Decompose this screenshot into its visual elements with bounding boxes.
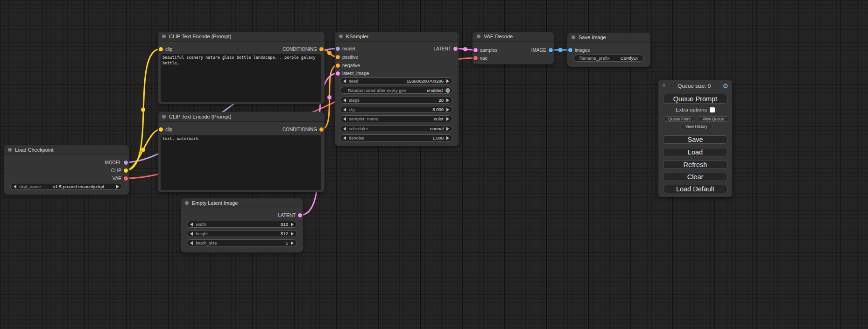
increment-arrow-icon[interactable] xyxy=(446,136,449,140)
collapse-dot-icon[interactable] xyxy=(162,115,166,119)
increment-arrow-icon[interactable] xyxy=(446,127,449,131)
collapse-dot-icon[interactable] xyxy=(162,35,166,38)
widget-label: batch_size xyxy=(196,240,217,245)
widget-label: ckpt_name xyxy=(19,184,41,189)
node-empty-latent-image[interactable]: Empty Latent Image LATENT width 512 heig… xyxy=(181,198,303,252)
decrement-arrow-icon[interactable] xyxy=(343,98,346,102)
height-widget[interactable]: height 512 xyxy=(187,230,297,237)
load-button[interactable]: Load xyxy=(663,148,727,156)
slot-label: model xyxy=(342,46,355,51)
latent-slot-dot[interactable] xyxy=(473,48,478,52)
load-default-button[interactable]: Load Default xyxy=(663,185,727,193)
node-title-bar[interactable]: CLIP Text Encode (Prompt) xyxy=(158,112,325,122)
latent-slot-dot[interactable] xyxy=(298,213,302,217)
clip-slot-dot[interactable] xyxy=(159,47,163,51)
batch-size-widget[interactable]: batch_size 1 xyxy=(187,239,297,246)
extra-options-checkbox[interactable] xyxy=(710,107,715,112)
conditioning-slot-dot[interactable] xyxy=(319,127,324,132)
increment-arrow-icon[interactable] xyxy=(291,223,294,226)
increment-arrow-icon[interactable] xyxy=(446,98,449,102)
view-queue-button[interactable]: View Queue xyxy=(697,116,729,122)
slot-label: images xyxy=(575,48,590,53)
node-title: CLIP Text Encode (Prompt) xyxy=(169,34,232,39)
decrement-arrow-icon[interactable] xyxy=(343,136,346,140)
vae-slot-dot[interactable] xyxy=(124,176,128,181)
filename-prefix-widget[interactable]: filename_prefix ComfyUI xyxy=(573,55,644,62)
node-title-bar[interactable]: Save Image xyxy=(567,33,650,42)
node-vae-decode[interactable]: VAE Decode samples vae IMAGE xyxy=(473,32,554,64)
gear-icon[interactable]: ⚙ xyxy=(722,83,728,89)
increment-arrow-icon[interactable] xyxy=(116,185,119,189)
node-title-bar[interactable]: KSampler xyxy=(335,32,459,42)
clip-slot-dot[interactable] xyxy=(124,168,128,173)
toggle-dot-icon[interactable] xyxy=(445,88,450,93)
image-slot-dot[interactable] xyxy=(549,48,553,52)
widget-label: height xyxy=(196,231,208,236)
comfyui-canvas[interactable]: Load Checkpoint MODEL CLIP VAE ckpt_name… xyxy=(0,0,868,329)
save-button[interactable]: Save xyxy=(663,135,727,144)
drag-handle-icon[interactable]: ⠿ xyxy=(662,84,666,89)
queue-prompt-button[interactable]: Queue Prompt xyxy=(663,94,727,104)
queue-size-label: Queue size: 0 xyxy=(666,83,722,89)
random-seed-toggle-widget[interactable]: Random seed after every gen enabled xyxy=(340,87,452,94)
decrement-arrow-icon[interactable] xyxy=(343,108,346,112)
conditioning-slot-dot[interactable] xyxy=(319,47,324,51)
model-slot-dot[interactable] xyxy=(124,161,128,165)
decrement-arrow-icon[interactable] xyxy=(343,79,346,83)
increment-arrow-icon[interactable] xyxy=(291,241,294,245)
decrement-arrow-icon[interactable] xyxy=(190,241,193,245)
increment-arrow-icon[interactable] xyxy=(446,117,449,121)
decrement-arrow-icon[interactable] xyxy=(343,127,346,131)
conditioning-slot-dot[interactable] xyxy=(336,63,340,68)
increment-arrow-icon[interactable] xyxy=(446,79,449,83)
sampler-name-widget[interactable]: sampler_name euler xyxy=(340,115,452,122)
node-clip-text-encode-positive[interactable]: CLIP Text Encode (Prompt) clip CONDITION… xyxy=(158,32,325,104)
node-load-checkpoint[interactable]: Load Checkpoint MODEL CLIP VAE ckpt_name… xyxy=(4,145,129,195)
refresh-button[interactable]: Refresh xyxy=(663,161,727,169)
decrement-arrow-icon[interactable] xyxy=(14,185,16,189)
node-clip-text-encode-negative[interactable]: CLIP Text Encode (Prompt) clip CONDITION… xyxy=(158,112,325,192)
ckpt-name-widget[interactable]: ckpt_name v1-5-pruned-emaonly.ckpt xyxy=(10,183,122,190)
prompt-textarea[interactable]: beautiful scenery nature glass bottle la… xyxy=(161,54,321,102)
model-slot-dot[interactable] xyxy=(336,47,340,51)
node-title-bar[interactable]: VAE Decode xyxy=(473,32,554,42)
collapse-dot-icon[interactable] xyxy=(185,201,189,205)
widget-label: denoise xyxy=(349,135,364,140)
node-ksampler[interactable]: KSampler model positive negative latent_… xyxy=(335,32,459,146)
decrement-arrow-icon[interactable] xyxy=(190,223,193,226)
node-title-bar[interactable]: Empty Latent Image xyxy=(181,198,303,208)
widget-value: ComfyUI xyxy=(621,56,638,61)
node-save-image[interactable]: Save Image images filename_prefix ComfyU… xyxy=(567,33,650,67)
decrement-arrow-icon[interactable] xyxy=(343,117,346,121)
scheduler-widget[interactable]: scheduler normal xyxy=(340,125,452,132)
width-widget[interactable]: width 512 xyxy=(187,221,297,228)
conditioning-slot-dot[interactable] xyxy=(336,55,340,59)
queue-front-button[interactable]: Queue Front xyxy=(663,116,695,122)
widget-label: seed xyxy=(349,78,359,84)
increment-arrow-icon[interactable] xyxy=(446,108,449,112)
collapse-dot-icon[interactable] xyxy=(572,35,575,39)
view-history-button[interactable]: View History xyxy=(680,124,713,129)
denoise-widget[interactable]: denoise 1.000 xyxy=(340,134,452,141)
image-slot-dot[interactable] xyxy=(568,48,572,52)
collapse-dot-icon[interactable] xyxy=(339,35,343,38)
node-title-bar[interactable]: Load Checkpoint xyxy=(4,145,129,155)
seed-widget[interactable]: seed 156680208700286 xyxy=(340,77,452,84)
steps-widget[interactable]: steps 20 xyxy=(340,97,452,104)
latent-slot-dot[interactable] xyxy=(453,47,458,51)
widget-value: 20 xyxy=(438,98,444,103)
vae-slot-dot[interactable] xyxy=(473,56,478,60)
node-title-bar[interactable]: CLIP Text Encode (Prompt) xyxy=(158,32,325,42)
prompt-textarea[interactable]: text, watermark xyxy=(161,135,321,190)
decrement-arrow-icon[interactable] xyxy=(190,232,193,236)
clear-button[interactable]: Clear xyxy=(663,173,727,181)
latent-slot-dot[interactable] xyxy=(336,71,340,76)
clip-slot-dot[interactable] xyxy=(159,127,163,132)
collapse-dot-icon[interactable] xyxy=(477,35,480,38)
slot-label: IMAGE xyxy=(531,48,546,53)
increment-arrow-icon[interactable] xyxy=(291,232,294,236)
node-title: Save Image xyxy=(579,35,606,40)
cfg-widget[interactable]: cfg 8.000 xyxy=(340,106,452,113)
link-dot xyxy=(463,47,467,51)
collapse-dot-icon[interactable] xyxy=(8,148,12,152)
